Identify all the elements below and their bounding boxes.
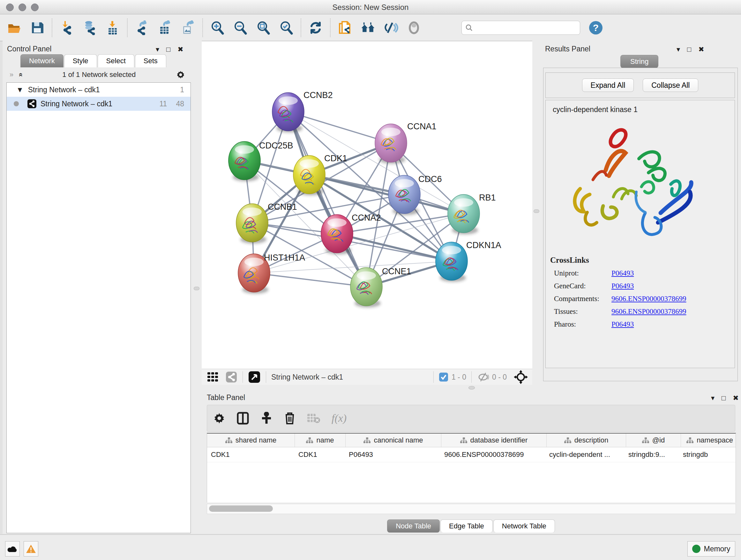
- memory-label: Memory: [704, 545, 730, 553]
- save-session-icon[interactable]: [30, 20, 45, 35]
- inactive-eye-icon[interactable]: [407, 20, 421, 35]
- node-CCNB1[interactable]: CCNB1: [236, 202, 297, 244]
- node-HIST1H1A[interactable]: HIST1H1A: [238, 253, 305, 294]
- create-column-plus-icon[interactable]: [260, 412, 273, 425]
- collapse-all-button[interactable]: Collapse All: [643, 78, 698, 92]
- control-panel-close-icon[interactable]: ✖: [178, 45, 183, 54]
- grid-view-icon[interactable]: [207, 371, 219, 383]
- node-CDC6[interactable]: CDC6: [388, 174, 442, 215]
- table-panel-close-icon[interactable]: ✖: [733, 394, 738, 402]
- duplicate-network-icon[interactable]: [338, 20, 352, 35]
- selected-checkbox-icon[interactable]: [439, 372, 448, 382]
- horizontal-splitter-handle[interactable]: [468, 386, 475, 389]
- title-bar: Session: New Session: [0, 0, 741, 14]
- control-tab-select[interactable]: Select: [98, 54, 134, 67]
- horizontal-splitter[interactable]: [202, 385, 741, 390]
- left-splitter-handle[interactable]: [194, 287, 199, 290]
- node-CCNA2[interactable]: CCNA2: [321, 213, 381, 254]
- table-panel-collapse-icon[interactable]: ▾: [711, 394, 715, 402]
- refresh-icon[interactable]: [308, 20, 323, 35]
- help-icon[interactable]: ?: [589, 20, 603, 35]
- column-header-@id[interactable]: @id: [626, 434, 681, 447]
- results-panel-close-icon[interactable]: ✖: [698, 45, 704, 54]
- show-columns-icon[interactable]: [237, 412, 249, 425]
- network-nodes[interactable]: CCNB2CCNA1CDC25BCDK1CDC6RB1CCNB1CCNA2CDK…: [228, 90, 501, 307]
- results-panel-float-icon[interactable]: □: [687, 45, 691, 54]
- right-splitter-handle[interactable]: [534, 209, 539, 213]
- crosslink-link[interactable]: P06493: [611, 269, 634, 277]
- table-tab-node-table[interactable]: Node Table: [387, 519, 440, 533]
- results-tab-string[interactable]: String: [620, 55, 658, 68]
- table-tab-edge-table[interactable]: Edge Table: [441, 519, 493, 533]
- memory-button[interactable]: Memory: [687, 541, 735, 557]
- node-RB1[interactable]: RB1: [448, 193, 496, 234]
- crosslink-link[interactable]: 9606.ENSP00000378699: [611, 307, 686, 316]
- column-header-name[interactable]: name: [295, 434, 346, 447]
- table-row[interactable]: CDK1CDK1P064939606.ENSP00000378699cyclin…: [207, 447, 736, 462]
- delete-column-trash-icon[interactable]: [284, 412, 296, 425]
- table-hscrollbar-thumb[interactable]: [209, 505, 273, 512]
- fit-selected-crosshair-icon[interactable]: [514, 370, 528, 384]
- network-collection-row[interactable]: ▼ String Network – cdk1 1: [7, 83, 191, 97]
- export-network-icon[interactable]: [135, 20, 149, 35]
- home-networks-icon[interactable]: [360, 20, 375, 35]
- hide-show-eye-icon[interactable]: [384, 20, 398, 35]
- open-session-icon[interactable]: [7, 20, 22, 35]
- birdseye-view-icon[interactable]: [248, 371, 261, 383]
- control-panel-collapse-icon[interactable]: ▾: [156, 45, 159, 54]
- table-toolbar: f(x): [207, 405, 735, 432]
- control-tab-network[interactable]: Network: [20, 54, 64, 67]
- import-network-database-icon[interactable]: [82, 20, 97, 35]
- network-graph[interactable]: CCNB2CCNA1CDC25BCDK1CDC6RB1CCNB1CCNA2CDK…: [202, 41, 532, 369]
- crosslink-link[interactable]: P06493: [611, 320, 634, 328]
- expand-all-tree-icon[interactable]: »: [16, 73, 24, 77]
- column-header-namespace[interactable]: namespace: [681, 434, 736, 447]
- edge-HIST1H1A-CCNE1[interactable]: [254, 273, 366, 287]
- export-image-icon[interactable]: [181, 20, 195, 35]
- control-tab-sets[interactable]: Sets: [135, 54, 166, 67]
- zoom-out-icon[interactable]: [233, 20, 248, 35]
- collection-expand-icon[interactable]: ▼: [16, 85, 23, 94]
- export-table-icon[interactable]: [158, 20, 172, 35]
- node-CCNE1[interactable]: CCNE1: [350, 266, 411, 307]
- zoom-fit-icon[interactable]: [256, 20, 271, 35]
- network-options-gear-icon[interactable]: [176, 70, 186, 80]
- left-splitter[interactable]: [191, 41, 202, 534]
- node-CDKN1A[interactable]: CDKN1A: [435, 240, 501, 282]
- column-header-canonical-name[interactable]: canonical name: [346, 434, 441, 447]
- control-tab-style[interactable]: Style: [64, 54, 97, 67]
- column-header-label: description: [575, 436, 608, 444]
- node-CDC25B[interactable]: CDC25B: [228, 141, 293, 181]
- table-hscrollbar[interactable]: [207, 504, 736, 514]
- zoom-selected-icon[interactable]: [279, 20, 293, 35]
- table-tab-network-table[interactable]: Network Table: [493, 519, 555, 533]
- import-network-file-icon[interactable]: [59, 20, 74, 35]
- node-CCNB2[interactable]: CCNB2: [272, 90, 333, 132]
- node-CDK1[interactable]: CDK1: [293, 153, 347, 195]
- cloud-button[interactable]: [5, 541, 20, 557]
- table-options-gear-icon[interactable]: [213, 412, 226, 425]
- network-view-share-icon[interactable]: [225, 371, 238, 383]
- crosslink-label: GeneCard:: [554, 282, 611, 290]
- expand-all-button[interactable]: Expand All: [582, 78, 634, 92]
- control-panel-float-icon[interactable]: □: [166, 45, 171, 54]
- collapse-all-tree-icon[interactable]: »: [10, 71, 13, 79]
- network-canvas[interactable]: CCNB2CCNA1CDC25BCDK1CDC6RB1CCNB1CCNA2CDK…: [202, 41, 532, 369]
- warning-button[interactable]: [23, 541, 38, 557]
- search-input[interactable]: [473, 23, 567, 32]
- table-panel-float-icon[interactable]: □: [722, 394, 726, 402]
- crosslink-link[interactable]: P06493: [611, 282, 634, 290]
- right-splitter[interactable]: [532, 41, 540, 385]
- column-header-shared-name[interactable]: shared name: [207, 434, 295, 447]
- column-header-database-identifier[interactable]: database identifier: [441, 434, 547, 447]
- results-panel-collapse-icon[interactable]: ▾: [677, 45, 680, 54]
- network-row[interactable]: String Network – cdk1 11 48: [7, 97, 191, 111]
- memory-status-dot-icon: [692, 545, 700, 553]
- crosslink-link[interactable]: 9606.ENSP00000378699: [611, 295, 686, 303]
- network-view-title: String Network – cdk1: [271, 373, 343, 381]
- import-table-icon[interactable]: [105, 20, 120, 35]
- node-label: CCNB1: [268, 202, 297, 212]
- column-header-description[interactable]: description: [547, 434, 626, 447]
- zoom-in-icon[interactable]: [210, 20, 225, 35]
- crosslinks-list: Uniprot:P06493GeneCard:P06493Compartment…: [546, 269, 735, 328]
